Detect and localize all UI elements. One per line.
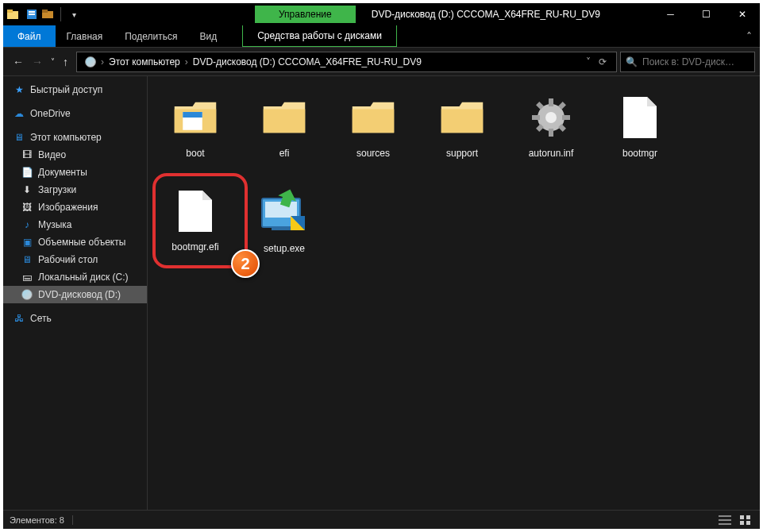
svg-rect-25: [740, 515, 744, 519]
file-item-efi[interactable]: efi: [243, 84, 326, 172]
bc-dropdown-icon[interactable]: ˅: [586, 56, 591, 67]
svg-rect-1: [7, 10, 13, 13]
sidebar-onedrive[interactable]: ☁ OneDrive: [3, 105, 147, 122]
network-icon: 🖧: [13, 312, 25, 325]
file-item-bootmgr-efi[interactable]: bootmgr.efi: [154, 178, 237, 265]
desktop-icon: 🖥: [21, 253, 33, 266]
disc-icon: [21, 288, 33, 301]
sidebar-quick-access[interactable]: ★ Быстрый доступ: [3, 81, 147, 98]
drive-icon: 🖴: [21, 271, 33, 283]
sidebar: ★ Быстрый доступ ☁ OneDrive 🖥 Этот компь…: [3, 76, 148, 510]
nav-recent-icon[interactable]: ˅: [51, 57, 55, 66]
search-icon: 🔍: [626, 56, 638, 67]
sidebar-this-pc[interactable]: 🖥 Этот компьютер: [3, 129, 147, 146]
downloads-icon: ⬇: [21, 183, 33, 196]
search-input[interactable]: 🔍 Поиск в: DVD-диск…: [620, 52, 755, 72]
file-icon: [170, 186, 221, 237]
ribbon-expand-icon[interactable]: ˄: [746, 25, 760, 47]
sidebar-item-pictures[interactable]: 🖼Изображения: [3, 199, 147, 216]
svg-rect-8: [183, 112, 202, 118]
sidebar-item-dvd[interactable]: DVD-дисковод (D:): [3, 286, 147, 303]
svg-rect-26: [746, 515, 750, 519]
file-item-sources[interactable]: sources: [332, 84, 414, 172]
gear-icon: [526, 92, 576, 143]
nav-forward-icon[interactable]: →: [32, 56, 43, 68]
view-details-icon[interactable]: [717, 514, 733, 526]
app-icon: [6, 8, 19, 21]
maximize-button[interactable]: ☐: [688, 3, 724, 25]
navbar: ← → ˅ ↑ › Этот компьютер › DVD-дисковод …: [3, 48, 760, 76]
sidebar-network[interactable]: 🖧 Сеть: [3, 310, 147, 327]
tab-view[interactable]: Вид: [188, 25, 228, 47]
star-icon: ★: [13, 83, 25, 96]
folder-icon: [348, 92, 399, 143]
file-grid: boot efi sources support: [148, 76, 760, 510]
svg-rect-27: [740, 521, 744, 525]
sidebar-item-documents[interactable]: 📄Документы: [3, 164, 147, 181]
svg-rect-3: [29, 11, 35, 13]
svg-rect-10: [549, 98, 553, 106]
setup-icon: [259, 187, 310, 238]
close-button[interactable]: ✕: [724, 3, 760, 25]
file-icon: [615, 92, 665, 143]
sidebar-item-video[interactable]: 🎞Видео: [3, 146, 147, 164]
svg-rect-21: [272, 227, 291, 230]
sidebar-item-desktop[interactable]: 🖥Рабочий стол: [3, 251, 147, 268]
pictures-icon: 🖼: [21, 201, 33, 214]
qat-properties-icon[interactable]: [25, 8, 38, 21]
svg-rect-28: [746, 521, 750, 525]
manage-tab[interactable]: Управление: [255, 6, 356, 23]
sidebar-item-downloads[interactable]: ⬇Загрузки: [3, 181, 147, 199]
file-item-support[interactable]: support: [421, 84, 503, 172]
svg-rect-23: [719, 519, 731, 521]
statusbar: Элементов: 8: [3, 510, 760, 529]
explorer-window: ▾ Управление DVD-дисковод (D:) CCCOMA_X6…: [0, 0, 763, 532]
file-item-bootmgr[interactable]: bootmgr: [599, 84, 681, 172]
svg-rect-11: [549, 129, 553, 137]
music-icon: ♪: [21, 218, 33, 231]
svg-point-18: [545, 112, 557, 123]
bc-location[interactable]: DVD-дисковод (D:) CCCOMA_X64FRE_RU-RU_DV…: [190, 56, 425, 67]
file-item-autorun[interactable]: autorun.inf: [510, 84, 592, 172]
file-item-boot[interactable]: boot: [154, 84, 237, 172]
tab-drive-tools[interactable]: Средства работы с дисками: [242, 25, 397, 47]
cloud-icon: ☁: [13, 107, 25, 120]
tab-file[interactable]: Файл: [3, 25, 56, 47]
bc-this-pc[interactable]: Этот компьютер: [106, 56, 183, 67]
refresh-icon[interactable]: ⟳: [599, 56, 607, 67]
bc-icon: [82, 56, 99, 67]
qat-newfolder-icon[interactable]: [41, 8, 54, 21]
qat-dropdown-icon[interactable]: ▾: [67, 8, 80, 21]
minimize-button[interactable]: ─: [653, 3, 688, 25]
svg-rect-6: [42, 10, 48, 13]
status-text: Элементов: 8: [10, 515, 73, 525]
sidebar-item-music[interactable]: ♪Музыка: [3, 216, 147, 233]
monitor-icon: 🖥: [13, 131, 25, 144]
ribbon: Файл Главная Поделиться Вид Средства раб…: [3, 25, 760, 48]
cube-icon: ▣: [21, 236, 33, 249]
folder-icon: [170, 92, 221, 143]
step-badge: 2: [231, 249, 260, 278]
folder-icon: [259, 92, 310, 143]
documents-icon: 📄: [21, 166, 33, 179]
svg-rect-13: [562, 115, 570, 120]
bc-sep-icon: ›: [183, 56, 190, 67]
svg-rect-24: [719, 523, 731, 525]
sidebar-item-3d[interactable]: ▣Объемные объекты: [3, 233, 147, 251]
view-largeicons-icon[interactable]: [738, 514, 753, 526]
nav-up-icon[interactable]: ↑: [63, 56, 68, 68]
search-placeholder: Поиск в: DVD-диск…: [642, 56, 734, 67]
video-icon: 🎞: [21, 148, 33, 161]
svg-rect-4: [29, 13, 35, 15]
folder-icon: [437, 92, 487, 143]
svg-rect-22: [719, 515, 731, 517]
tab-home[interactable]: Главная: [56, 25, 114, 47]
sidebar-item-local-disk[interactable]: 🖴Локальный диск (С:): [3, 268, 147, 286]
titlebar: ▾ Управление DVD-дисковод (D:) CCCOMA_X6…: [3, 3, 760, 25]
window-title: DVD-дисковод (D:) CCCOMA_X64FRE_RU-RU_DV…: [372, 9, 600, 20]
nav-back-icon[interactable]: ←: [13, 56, 24, 68]
svg-rect-12: [532, 115, 540, 120]
address-bar[interactable]: › Этот компьютер › DVD-дисковод (D:) CCC…: [76, 52, 617, 72]
tab-share[interactable]: Поделиться: [114, 25, 188, 47]
bc-sep-icon: ›: [99, 56, 106, 67]
